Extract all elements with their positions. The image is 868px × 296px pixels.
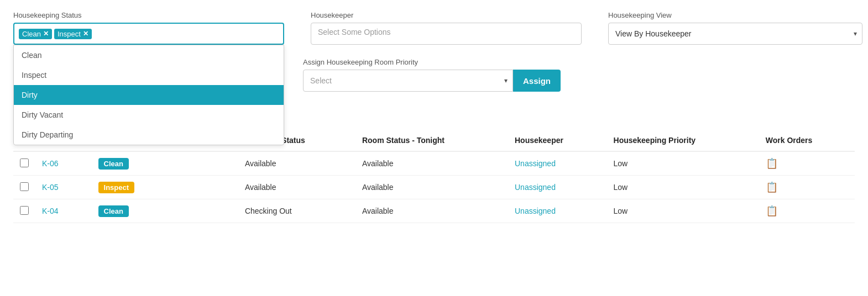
tag-clean-label: Clean <box>22 30 41 38</box>
assign-priority-row: Select ▾ Assign <box>303 70 561 92</box>
hk-status-badge-2: Clean <box>98 205 129 217</box>
room-link-1[interactable]: K-05 <box>42 183 59 192</box>
cell-housekeeper-0: Unassigned <box>508 151 607 176</box>
room-link-0[interactable]: K-06 <box>42 159 59 168</box>
col-header-work-orders: Work Orders <box>759 129 855 151</box>
housekeeping-view-select-wrapper: View By Housekeeper View By Room View By… <box>608 23 862 45</box>
dropdown-list: Clean Inspect Dirty Dirty Vacant Dirty D… <box>13 45 284 145</box>
housekeeper-label: Housekeeper <box>311 11 582 19</box>
work-orders-icon-1[interactable]: 📋 <box>766 182 778 193</box>
room-link-2[interactable]: K-04 <box>42 207 59 215</box>
cell-hk-status-2: Clean <box>92 199 238 223</box>
assign-priority-label: Assign Housekeeping Room Priority <box>303 58 561 66</box>
assign-priority-select-container: Select ▾ <box>303 70 513 92</box>
dropdown-item-dirty[interactable]: Dirty <box>14 85 284 105</box>
hk-status-badge-0: Clean <box>98 158 129 170</box>
cell-room-0: K-06 <box>35 151 92 176</box>
dropdown-item-clean[interactable]: Clean <box>14 45 284 65</box>
row-checkbox-1[interactable] <box>20 182 29 191</box>
cell-priority-2: Low <box>607 199 759 223</box>
row-checkbox-2[interactable] <box>20 206 29 215</box>
assign-priority-group: Assign Housekeeping Room Priority Select… <box>303 58 561 92</box>
col-header-housekeeper: Housekeeper <box>508 129 607 151</box>
assign-priority-select[interactable]: Select <box>303 70 513 92</box>
dropdown-item-dirty-departing[interactable]: Dirty Departing <box>14 125 284 145</box>
work-orders-icon-2[interactable]: 📋 <box>766 205 778 216</box>
row-checkbox-cell-2 <box>13 199 35 223</box>
housekeeping-view-label: Housekeeping View <box>608 11 862 19</box>
work-orders-icon-0[interactable]: 📋 <box>766 158 778 169</box>
table-row: K-06 Clean Available Available Unassigne… <box>13 151 855 176</box>
housekeeping-status-label: Housekeeping Status <box>13 11 284 19</box>
col-header-priority: Housekeeping Priority <box>607 129 759 151</box>
cell-expected-status-1: Available <box>238 176 355 199</box>
cell-expected-status-2: Checking Out <box>238 199 355 223</box>
cell-expected-status-0: Available <box>238 151 355 176</box>
dropdown-item-inspect[interactable]: Inspect <box>14 65 284 85</box>
dropdown-item-dirty-vacant[interactable]: Dirty Vacant <box>14 105 284 125</box>
cell-hk-status-1: Inspect <box>92 176 238 199</box>
row-checkbox-0[interactable] <box>20 158 29 167</box>
cell-work-orders-1: 📋 <box>759 176 855 199</box>
cell-room-2: K-04 <box>35 199 92 223</box>
hk-status-badge-1: Inspect <box>98 182 135 193</box>
housekeeper-link-1[interactable]: Unassigned <box>515 183 556 192</box>
cell-housekeeper-1: Unassigned <box>508 176 607 199</box>
table-row: K-05 Inspect Available Available Unassig… <box>13 176 855 199</box>
cell-room-1: K-05 <box>35 176 92 199</box>
tag-inspect: Inspect ✕ <box>54 29 92 39</box>
row-checkbox-cell-0 <box>13 151 35 176</box>
housekeeping-status-multiselect[interactable]: Clean ✕ Inspect ✕ Clean Inspect Dirty Di… <box>13 23 284 45</box>
tag-clean: Clean ✕ <box>19 29 52 39</box>
cell-room-status-tonight-0: Available <box>355 151 508 176</box>
cell-work-orders-0: 📋 <box>759 151 855 176</box>
tag-inspect-label: Inspect <box>57 30 81 38</box>
housekeeper-link-2[interactable]: Unassigned <box>515 207 556 215</box>
cell-priority-0: Low <box>607 151 759 176</box>
cell-work-orders-2: 📋 <box>759 199 855 223</box>
housekeeping-view-select[interactable]: View By Housekeeper View By Room View By… <box>608 23 862 45</box>
assign-priority-button[interactable]: Assign <box>513 70 561 92</box>
housekeeper-link-0[interactable]: Unassigned <box>515 159 556 168</box>
row-checkbox-cell-1 <box>13 176 35 199</box>
housekeeper-input[interactable]: Select Some Options <box>311 23 582 45</box>
cell-room-status-tonight-2: Available <box>355 199 508 223</box>
multiselect-text-field[interactable] <box>94 29 279 38</box>
cell-hk-status-0: Clean <box>92 151 238 176</box>
cell-housekeeper-2: Unassigned <box>508 199 607 223</box>
tag-clean-close[interactable]: ✕ <box>43 30 49 37</box>
col-header-room-status-tonight: Room Status - Tonight <box>355 129 508 151</box>
table-row: K-04 Clean Checking Out Available Unassi… <box>13 199 855 223</box>
tag-inspect-close[interactable]: ✕ <box>83 30 88 37</box>
multiselect-input-box[interactable]: Clean ✕ Inspect ✕ <box>13 23 284 45</box>
cell-room-status-tonight-1: Available <box>355 176 508 199</box>
cell-priority-1: Low <box>607 176 759 199</box>
